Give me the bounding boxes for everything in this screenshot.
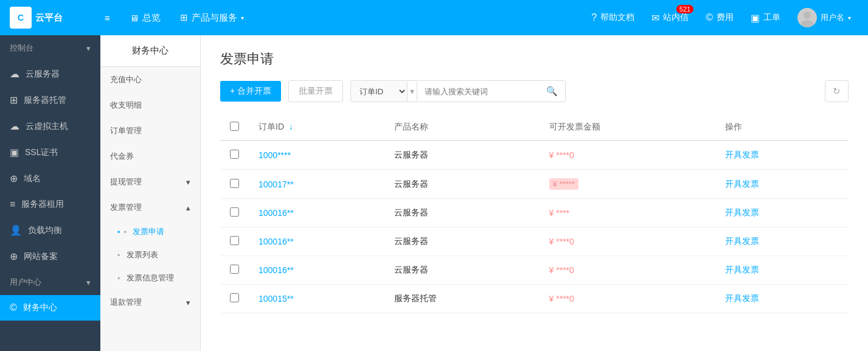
order-id-link[interactable]: 100016** (259, 208, 294, 218)
cloud-icon: ☁ (10, 68, 19, 80)
nav-billing[interactable]: © 费用 (698, 0, 741, 35)
sub-item-invoice-apply[interactable]: • 发票申请 (100, 220, 200, 243)
layout: 控制台 ▾ ☁ 云服务器 ⊞ 服务器托管 ☁ 云虚拟主机 ▣ SSL证书 ⊕ 域… (0, 35, 868, 351)
sub-item-invoice-info[interactable]: • 发票信息管理 (100, 266, 200, 290)
sidebar-item-cloud-server[interactable]: ☁ 云服务器 (0, 61, 100, 87)
sort-icon[interactable]: ↓ (289, 122, 293, 131)
invoice-amount: ¥ **** (540, 199, 715, 228)
grid-icon: ⊞ (180, 12, 188, 23)
order-id-link[interactable]: 100015** (259, 294, 294, 304)
avatar (797, 8, 817, 27)
sub-item-statement[interactable]: 收支明细 (100, 92, 200, 118)
chevron-down-icon: ▾ (186, 298, 190, 307)
refresh-icon: ↻ (833, 86, 841, 96)
user-chevron-icon: ▾ (848, 15, 851, 21)
sub-item-order-mgmt[interactable]: 订单管理 (100, 118, 200, 144)
ticket-icon: ▣ (751, 12, 760, 24)
svg-point-1 (801, 20, 813, 27)
top-nav: C 云平台 ≡ 🖥 总览 ⊞ 产品与服务 ▾ ? 帮助文档 ✉ 站内信 521 (0, 0, 868, 35)
nav-tickets[interactable]: ▣ 工单 (743, 0, 788, 35)
open-invoice-link[interactable]: 开具发票 (725, 150, 759, 159)
col-product-name: 产品名称 (384, 114, 539, 141)
nav-products[interactable]: ⊞ 产品与服务 ▾ (170, 0, 254, 35)
logo[interactable]: C 云平台 (10, 7, 95, 29)
order-id-link[interactable]: 100016** (259, 265, 294, 275)
merge-invoice-button[interactable]: + 合并开票 (220, 81, 281, 102)
user-section-header[interactable]: 用户中心 ▾ (0, 269, 100, 295)
sub-item-voucher[interactable]: 代金券 (100, 144, 200, 169)
order-id-link[interactable]: 100016** (259, 237, 294, 246)
row-checkbox[interactable] (230, 179, 239, 188)
table-row: 100016**云服务器¥ ****开具发票 (220, 199, 849, 228)
invoice-amount: ¥ ***** (540, 170, 715, 199)
search-icon: 🔍 (546, 86, 558, 96)
col-checkbox (220, 114, 249, 141)
chevron-down-icon: ▾ (186, 178, 190, 187)
nav-user[interactable]: 用户名 ▾ (790, 0, 858, 35)
sidebar-item-cloud-vm[interactable]: ☁ 云虚拟主机 (0, 113, 100, 139)
open-invoice-link[interactable]: 开具发票 (725, 207, 759, 217)
search-button[interactable]: 🔍 (539, 81, 565, 102)
open-invoice-link[interactable]: 开具发票 (725, 179, 759, 189)
row-checkbox[interactable] (230, 207, 239, 217)
svg-point-0 (804, 12, 811, 19)
sub-item-invoice-list[interactable]: • 发票列表 (100, 243, 200, 266)
invoice-amount: ¥ ****0 (540, 141, 715, 170)
sidebar-item-ssl[interactable]: ▣ SSL证书 (0, 139, 100, 165)
invoice-amount: ¥ ****0 (540, 256, 715, 285)
row-checkbox[interactable] (230, 150, 239, 159)
sub-sidebar-title: 财务中心 (100, 35, 200, 67)
chevron-down-icon: ▾ (86, 44, 91, 53)
left-sidebar: 控制台 ▾ ☁ 云服务器 ⊞ 服务器托管 ☁ 云虚拟主机 ▣ SSL证书 ⊕ 域… (0, 35, 100, 351)
domain-icon: ⊕ (10, 173, 18, 184)
main-content: 发票申请 + 合并开票 批量开票 订单ID 产品名称 ▾ 🔍 ↻ (201, 35, 868, 351)
sidebar-item-finance[interactable]: © 财务中心 (0, 295, 100, 321)
chevron-down-icon: ▾ (408, 82, 417, 101)
page-title: 发票申请 (220, 50, 849, 68)
search-type-select[interactable]: 订单ID 产品名称 (351, 82, 408, 102)
nav-help[interactable]: ? 帮助文档 (584, 0, 642, 35)
nav-items: ≡ 🖥 总览 ⊞ 产品与服务 ▾ ? 帮助文档 ✉ 站内信 521 © 费用 (95, 0, 858, 35)
invoice-amount: ¥ ****0 (540, 228, 715, 256)
sub-item-refund[interactable]: 退款管理 ▾ (100, 290, 200, 315)
open-invoice-link[interactable]: 开具发票 (725, 293, 759, 303)
lb-icon: 👤 (10, 224, 22, 236)
sidebar-item-domain[interactable]: ⊕ 域名 (0, 165, 100, 192)
sidebar-item-load-balance[interactable]: 👤 负载均衡 (0, 217, 100, 243)
search-input[interactable] (417, 82, 539, 101)
refresh-button[interactable]: ↻ (825, 80, 849, 102)
chevron-up-icon: ▴ (186, 203, 190, 212)
batch-invoice-button[interactable]: 批量开票 (288, 80, 343, 102)
invoice-table: 订单ID ↓ 产品名称 可开发票金额 操作 1000****云服务器¥ ****… (220, 114, 849, 313)
sub-item-withdrawal[interactable]: 提现管理 ▾ (100, 169, 200, 195)
order-id-link[interactable]: 100017** (259, 179, 294, 189)
table-row: 100015**服务器托管¥ ****0开具发票 (220, 285, 849, 313)
server-icon: ⊞ (10, 94, 18, 106)
product-name: 云服务器 (384, 228, 539, 256)
nav-overview[interactable]: 🖥 总览 (120, 0, 170, 35)
sub-item-recharge[interactable]: 充值中心 (100, 67, 200, 92)
product-name: 云服务器 (384, 170, 539, 199)
nav-right: ? 帮助文档 ✉ 站内信 521 © 费用 ▣ 工单 (584, 0, 858, 35)
sub-item-invoice-mgmt[interactable]: 发票管理 ▴ (100, 195, 200, 220)
nav-menu-icon[interactable]: ≡ (95, 0, 120, 35)
row-checkbox[interactable] (230, 293, 239, 302)
sidebar-item-server-hosting[interactable]: ⊞ 服务器托管 (0, 87, 100, 113)
select-all-checkbox[interactable] (230, 122, 239, 131)
nav-messages[interactable]: ✉ 站内信 521 (644, 0, 696, 35)
mail-icon: ✉ (651, 12, 659, 24)
sub-sidebar: 财务中心 充值中心 收支明细 订单管理 代金券 提现管理 ▾ 发票管理 ▴ • … (100, 35, 201, 351)
sidebar-item-icp[interactable]: ⊕ 网站备案 (0, 243, 100, 269)
open-invoice-link[interactable]: 开具发票 (725, 236, 759, 246)
row-checkbox[interactable] (230, 236, 239, 245)
control-section-header[interactable]: 控制台 ▾ (0, 35, 100, 61)
sidebar-item-server-rental[interactable]: ≡ 服务器租用 (0, 192, 100, 217)
row-checkbox[interactable] (230, 265, 239, 274)
finance-icon: © (10, 302, 17, 313)
order-id-link[interactable]: 1000**** (259, 150, 291, 160)
product-name: 云服务器 (384, 141, 539, 170)
chevron-down-icon: ▾ (86, 278, 91, 287)
vm-icon: ☁ (10, 120, 19, 132)
open-invoice-link[interactable]: 开具发票 (725, 265, 759, 274)
logo-text: 云平台 (35, 12, 63, 24)
